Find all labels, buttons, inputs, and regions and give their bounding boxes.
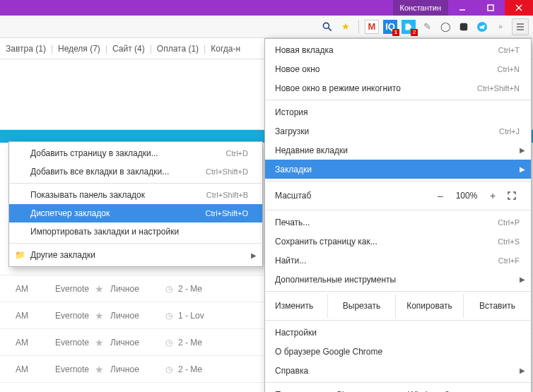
- chevron-right-icon: ▶: [520, 165, 525, 173]
- menu-separator: [266, 382, 530, 383]
- clock-icon: ◷: [161, 311, 177, 321]
- menu-downloads[interactable]: ЗагрузкиCtrl+J: [265, 121, 531, 141]
- row-category: Личное: [107, 338, 161, 348]
- menu-add-page-bookmark[interactable]: Добавить страницу в закладки...Ctrl+D: [9, 144, 262, 162]
- row-category: Личное: [107, 311, 161, 321]
- zoom-label: Масштаб: [275, 191, 430, 201]
- menu-find[interactable]: Найти...Ctrl+F: [265, 251, 531, 270]
- maximize-button[interactable]: [476, 0, 505, 16]
- chevron-right-icon: ▶: [520, 367, 525, 374]
- menu-add-all-tabs-bookmark[interactable]: Добавить все вкладки в закладки...Ctrl+S…: [9, 162, 262, 181]
- row-app: Evernote: [34, 338, 90, 348]
- menu-settings[interactable]: Настройки: [265, 323, 531, 342]
- bookmark-item[interactable]: Сайт (4): [110, 44, 148, 54]
- edit-label: Изменить: [275, 301, 327, 311]
- evernote-icon[interactable]: [457, 20, 471, 34]
- star-icon[interactable]: ★: [90, 364, 107, 375]
- menu-separator: [266, 291, 530, 292]
- circle-icon[interactable]: ◯: [438, 20, 452, 34]
- menu-separator: [10, 243, 262, 244]
- row-app: Evernote: [34, 284, 90, 294]
- menu-separator: [266, 210, 530, 210]
- clock-icon: ◷: [161, 284, 177, 294]
- row-category: Личное: [107, 364, 161, 374]
- star-icon[interactable]: ★: [90, 283, 107, 295]
- menu-print[interactable]: Печать...Ctrl+P: [265, 213, 531, 232]
- iq-extension-icon[interactable]: IQ1: [383, 20, 397, 34]
- menu-import-bookmarks[interactable]: Импортировать закладки и настройки: [9, 222, 262, 241]
- menu-bookmarks[interactable]: Закладки▶: [265, 160, 531, 179]
- zoom-in-button[interactable]: +: [483, 190, 503, 201]
- chevron-right-icon: ▶: [520, 275, 525, 283]
- menu-about-chrome[interactable]: О браузере Google Chrome: [265, 342, 531, 361]
- row-time: AM: [3, 364, 34, 374]
- bookmark-item[interactable]: Оплата (1): [154, 44, 201, 54]
- svg-line-5: [329, 28, 332, 30]
- menu-separator: [266, 320, 530, 321]
- bookmarks-submenu: Добавить страницу в закладки...Ctrl+D До…: [8, 141, 263, 267]
- row-time: AM: [3, 284, 34, 294]
- minimize-button[interactable]: [448, 0, 476, 16]
- chevron-right-icon[interactable]: »: [493, 20, 508, 34]
- bookmark-item[interactable]: Завтра (1): [3, 44, 49, 54]
- svg-rect-1: [488, 5, 493, 11]
- menu-more-tools[interactable]: Дополнительные инструменты▶: [265, 270, 531, 289]
- browser-toolbar: ★ M IQ1 2 ✎ ◯ »: [0, 16, 533, 38]
- menu-save-page-as[interactable]: Сохранить страницу как...Ctrl+S: [265, 232, 531, 251]
- paste-button[interactable]: Вставить: [463, 294, 531, 318]
- zoom-out-button[interactable]: –: [430, 190, 450, 201]
- wand-icon[interactable]: ✎: [420, 20, 434, 34]
- chevron-right-icon: ▶: [520, 146, 525, 154]
- bookmark-item[interactable]: Когда-н: [208, 44, 243, 54]
- menu-zoom-row: Масштаб – 100% +: [265, 184, 531, 208]
- fullscreen-button[interactable]: [503, 191, 521, 201]
- menu-recent-tabs[interactable]: Недавние вкладки▶: [265, 141, 531, 160]
- menu-new-tab[interactable]: Новая вкладкаCtrl+T: [265, 40, 531, 59]
- row-category: Личное: [107, 284, 161, 294]
- clock-icon: ◷: [161, 338, 177, 348]
- row-time: AM: [3, 311, 34, 321]
- menu-separator: [266, 181, 530, 182]
- menu-edit-row: Изменить Вырезать Копировать Вставить: [265, 294, 531, 318]
- menu-other-bookmarks[interactable]: 📁 Другие закладки ▶: [9, 246, 262, 264]
- star-icon[interactable]: ★: [339, 20, 353, 34]
- gmail-icon[interactable]: M: [365, 20, 379, 34]
- row-time: AM: [3, 338, 34, 348]
- folder-icon: 📁: [15, 250, 25, 260]
- row-app: Evernote: [34, 311, 90, 321]
- copy-button[interactable]: Копировать: [395, 294, 463, 318]
- toolbar-divider: [358, 20, 359, 33]
- chevron-right-icon: ▶: [251, 251, 257, 259]
- clock-icon: ◷: [161, 364, 177, 374]
- cut-button[interactable]: Вырезать: [327, 294, 395, 318]
- menu-new-window[interactable]: Новое окноCtrl+N: [265, 59, 531, 78]
- menu-new-incognito[interactable]: Новое окно в режиме инкогнитоCtrl+Shift+…: [265, 78, 531, 97]
- badge-count: 1: [392, 29, 399, 36]
- close-button[interactable]: [505, 0, 533, 16]
- chrome-menu-button[interactable]: [512, 18, 529, 35]
- menu-help[interactable]: Справка▶: [265, 361, 531, 380]
- star-icon[interactable]: ★: [90, 310, 107, 321]
- search-icon[interactable]: [320, 20, 334, 34]
- menu-bookmark-manager[interactable]: Диспетчер закладокCtrl+Shift+O: [9, 204, 262, 222]
- menu-history[interactable]: История: [265, 102, 531, 121]
- user-badge[interactable]: Константин: [393, 0, 448, 16]
- menu-separator: [266, 100, 530, 100]
- menu-separator: [10, 183, 262, 184]
- zoom-percent: 100%: [450, 191, 483, 201]
- row-app: Evernote: [34, 364, 90, 374]
- svg-point-4: [323, 23, 329, 28]
- telegram-icon[interactable]: [475, 20, 489, 34]
- chrome-main-menu: Новая вкладкаCtrl+T Новое окноCtrl+N Нов…: [264, 38, 532, 392]
- menu-show-bookmark-bar[interactable]: Показывать панель закладокCtrl+Shift+B: [9, 186, 262, 204]
- badge-count: 2: [411, 29, 418, 36]
- label-extension-icon[interactable]: 2: [402, 20, 416, 34]
- star-icon[interactable]: ★: [90, 337, 107, 348]
- window-titlebar: Константин: [0, 0, 533, 16]
- menu-relaunch-windows8[interactable]: Перезапустить Chrome в режиме Windows 8: [265, 385, 531, 392]
- bookmark-item[interactable]: Неделя (7): [55, 44, 103, 54]
